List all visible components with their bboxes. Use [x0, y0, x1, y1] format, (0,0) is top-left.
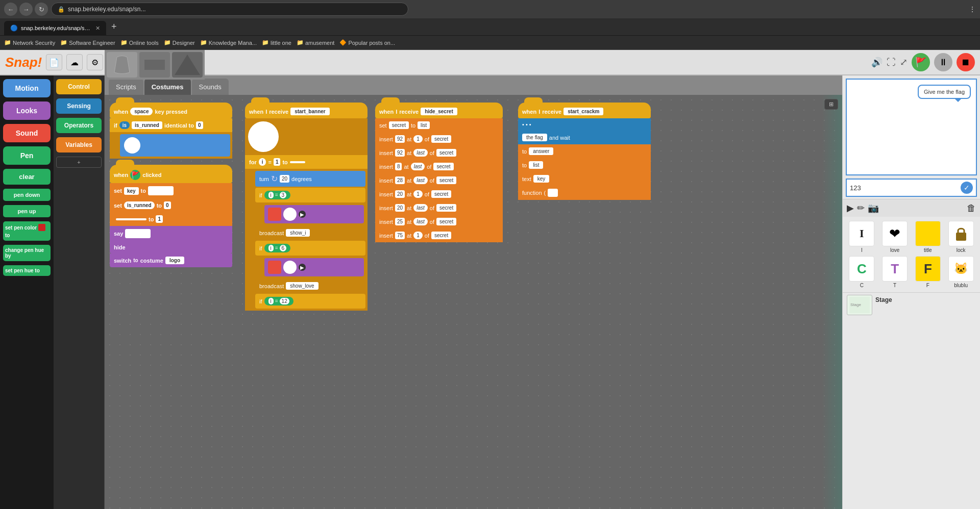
cloud-button[interactable]: ☁	[66, 54, 83, 70]
camera-button[interactable]: 📷	[868, 202, 879, 214]
category-pen[interactable]: Pen	[3, 146, 51, 165]
switch-costume-logo-block[interactable]: switch to costume logo	[110, 253, 232, 267]
insert-20-1-block[interactable]: insert 20 at 1 of secret	[375, 187, 503, 201]
if-i-eq-3-block[interactable]: if i = 3	[255, 188, 365, 202]
insert-20-last-block[interactable]: insert 20 at last of secret	[375, 201, 503, 215]
palette-control[interactable]: Control	[56, 79, 102, 94]
costume-thumb-2[interactable]	[139, 75, 170, 78]
category-motion[interactable]: Motion	[3, 79, 51, 97]
if-i-eq-6-block[interactable]: if i = 6	[255, 241, 365, 256]
block-set-pen-hue[interactable]: set pen hue to	[3, 265, 51, 276]
tab-scripts[interactable]: Scripts	[109, 79, 143, 95]
costume-thumb-1[interactable]	[107, 75, 137, 78]
when-receive-crackm-block[interactable]: whenIreceive start_crackm	[518, 103, 651, 118]
broadcast-show-i-block[interactable]: broadcast show_i	[255, 226, 365, 240]
bookmark-knowledge[interactable]: 📁Knowledge Mana...	[200, 39, 257, 46]
the-flag-and-wait-block[interactable]: the flag and wait	[518, 131, 651, 144]
add-blocks-button[interactable]: +	[56, 157, 102, 168]
if-i-eq-12-block[interactable]: if i = 12	[255, 294, 365, 309]
bookmark-little-one[interactable]: 📁little one	[262, 39, 291, 46]
when-space-pressed-block[interactable]: when space key pressed	[110, 103, 232, 118]
set-key-block[interactable]: set key to	[110, 183, 232, 198]
sprite-blublu[interactable]: 🐱 blublu	[946, 256, 976, 288]
sprite-lock[interactable]: lock	[946, 221, 976, 253]
sprite-t[interactable]: T T	[880, 256, 910, 288]
block-pen-down[interactable]: pen down	[3, 189, 51, 201]
if-is-runned-block[interactable]: if is is_runned identical to 0	[110, 118, 232, 132]
bookmark-amusement[interactable]: 📁amusement	[297, 39, 334, 46]
green-flag-button[interactable]: 🚩	[912, 53, 930, 71]
inner-motion-block[interactable]	[120, 134, 230, 157]
pause-button[interactable]: ⏸	[934, 53, 952, 71]
speaker-button[interactable]: 🔊	[871, 57, 883, 68]
block-change-pen-hue[interactable]: change pen hue by	[3, 245, 51, 261]
palette-variables[interactable]: Variables	[56, 137, 102, 152]
active-tab[interactable]: 🔵 snap.berkeley.edu/snap/sn... ✕	[4, 21, 106, 35]
expand-button[interactable]: ⤢	[900, 57, 908, 68]
bookmark-popular[interactable]: 🔶Popular posts on...	[339, 39, 395, 46]
when-receive-hide-secret-block[interactable]: whenIreceive hide_secret	[375, 103, 503, 118]
stage-mini-preview[interactable]: Stage	[847, 295, 872, 315]
costume-thumb-3[interactable]	[172, 75, 203, 78]
when-receive-start-banner-block[interactable]: when I receive start_banner	[245, 103, 368, 118]
bookmark-designer[interactable]: 📁Designer	[164, 39, 195, 46]
minimap-button[interactable]: ⊞	[824, 99, 838, 110]
category-looks[interactable]: Looks	[3, 101, 51, 120]
bookmark-software-engineer[interactable]: 📁Software Engineer	[60, 39, 115, 46]
category-clear[interactable]: clear	[3, 169, 51, 185]
insert-25-last-block[interactable]: insert 25 at last of secret	[375, 215, 503, 228]
answer-input-field[interactable]	[850, 184, 959, 192]
costume-block-inner[interactable]: ▶	[264, 205, 364, 223]
to-list-block[interactable]: to list	[518, 158, 651, 172]
url-bar[interactable]: 🔒 snap.berkeley.edu/snap/sn...	[51, 3, 408, 16]
category-sound[interactable]: Sound	[3, 124, 51, 142]
insert-28-last-block[interactable]: insert 28 at last of secret	[375, 173, 503, 187]
insert-92-last-block[interactable]: insert 92 at last of secret	[375, 146, 503, 160]
say-block[interactable]: say	[110, 226, 232, 241]
edit-pencil-button[interactable]: ✏	[857, 202, 865, 214]
tab-sounds[interactable]: Sounds	[192, 79, 229, 95]
set-is-runned-block[interactable]: set is_runned to 0	[110, 198, 232, 212]
block-pen-up[interactable]: pen up	[3, 205, 51, 217]
refresh-button[interactable]: ↻	[35, 3, 48, 16]
snap-logo[interactable]: Snap!	[5, 55, 42, 70]
set-blank-block[interactable]: to 1	[110, 212, 232, 226]
for-loop-block[interactable]: for i = 1 to	[245, 155, 368, 169]
answer-check-button[interactable]: ✓	[961, 182, 973, 194]
bookmark-online-tools[interactable]: 📁Online tools	[120, 39, 159, 46]
back-button[interactable]: ←	[4, 3, 17, 16]
script-workspace[interactable]: ⊞ when space key pressed if is is_runned	[105, 95, 842, 509]
insert-75-1-block[interactable]: insert 75 at 1 of secret	[375, 228, 503, 242]
to-answer-block[interactable]: to answer	[518, 144, 651, 158]
insert-92-1-block[interactable]: insert 92 at 1 of secret	[375, 132, 503, 146]
palette-operators[interactable]: Operators	[56, 118, 102, 133]
sprite-f[interactable]: F F	[913, 256, 943, 288]
broadcast-show-love-block[interactable]: broadcast show_love	[255, 279, 365, 293]
costume-block-inner-6[interactable]: ▶	[264, 258, 364, 276]
fullscreen-button[interactable]: ⛶	[887, 57, 896, 68]
delete-button[interactable]: 🗑	[967, 203, 976, 214]
tab-costumes[interactable]: Costumes	[144, 79, 191, 95]
stop-button[interactable]: ⏹	[957, 53, 975, 71]
costume-thumbnails	[105, 75, 205, 80]
insert-8-last-block[interactable]: insert 8 at last of secret	[375, 160, 503, 173]
when-clicked-block[interactable]: when 🚩 clicked	[110, 165, 232, 183]
forward-button[interactable]: →	[19, 3, 33, 16]
new-file-button[interactable]: 📄	[46, 54, 62, 70]
sprite-c[interactable]: C C	[847, 256, 877, 288]
text-key-block[interactable]: text key	[518, 172, 651, 186]
bookmark-network-security[interactable]: 📁Network Security	[4, 39, 55, 46]
set-secret-block[interactable]: set secret to list	[375, 118, 503, 132]
hide-block[interactable]: hide	[110, 241, 232, 253]
block-set-pen-color[interactable]: set pen colorto	[3, 221, 51, 241]
sprite-i[interactable]: I I	[847, 221, 877, 253]
dots-block[interactable]: • • •	[518, 118, 651, 131]
sprite-title[interactable]: title	[913, 221, 943, 253]
new-tab-button[interactable]: +	[107, 21, 121, 32]
run-arrow-button[interactable]: ▶	[847, 202, 854, 214]
palette-sensing[interactable]: Sensing	[56, 98, 102, 114]
function-block[interactable]: function (	[518, 186, 651, 200]
sprite-love[interactable]: ❤ love	[880, 221, 910, 253]
settings-button[interactable]: ⚙	[87, 54, 103, 70]
turn-degrees-block[interactable]: turn ↻ 20 degrees	[255, 171, 365, 187]
